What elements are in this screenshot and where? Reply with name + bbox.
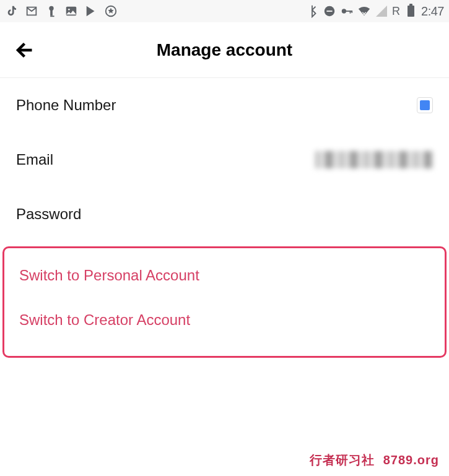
email-value-redacted [315,151,433,168]
row-email[interactable]: Email [0,132,449,187]
wifi-off-icon [357,4,371,18]
svg-point-0 [49,6,53,11]
image-icon [64,4,78,18]
clock: 2:47 [421,4,444,19]
app-header: Manage account [0,22,449,78]
key-icon [45,4,58,18]
email-label: Email [16,151,53,168]
roaming-indicator: R [392,5,400,18]
svg-rect-9 [346,11,352,12]
battery-icon [404,4,417,18]
page-title: Manage account [12,40,437,60]
highlight-box: Switch to Personal Account Switch to Cre… [2,246,447,358]
dnd-icon [323,4,336,18]
svg-point-8 [342,9,346,13]
switch-creator-account[interactable]: Switch to Creator Account [4,298,445,342]
watermark-text-cn: 行者研习社 [310,452,375,469]
watermark-domain: 8789.org [383,453,439,467]
row-password[interactable]: Password [0,187,449,241]
row-phone-number[interactable]: Phone Number [0,78,449,132]
watermark: 行者研习社 8789.org [310,452,439,469]
play-store-icon [84,4,98,18]
bluetooth-icon [305,4,319,18]
svg-rect-1 [50,10,53,15]
gmail-icon [25,4,38,18]
phone-number-label: Phone Number [16,97,116,114]
vpn-key-icon [340,4,354,18]
svg-rect-7 [326,11,332,12]
switch-personal-account[interactable]: Switch to Personal Account [4,253,445,298]
tiktok-icon [5,4,19,18]
svg-rect-10 [350,11,351,14]
status-bar: R 2:47 [0,0,449,22]
svg-rect-11 [351,11,352,13]
password-label: Password [16,206,81,223]
translate-icon[interactable] [417,97,433,113]
star-circle-icon [104,4,118,18]
svg-rect-2 [50,15,54,17]
status-left [5,4,118,18]
svg-point-4 [68,9,70,11]
signal-icon [375,4,388,18]
status-right: R 2:47 [305,4,444,19]
